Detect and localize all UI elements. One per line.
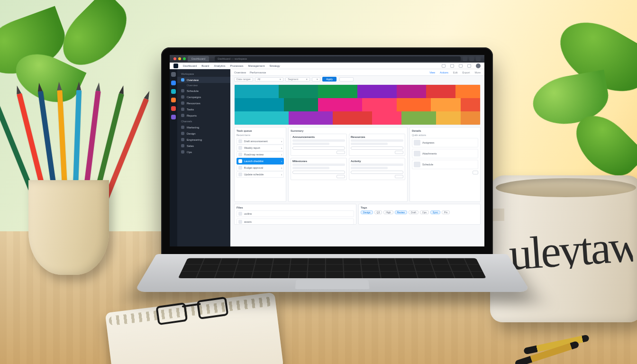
tag-chip[interactable]: High [383,210,393,214]
chart-segment[interactable] [436,111,461,125]
chart-segment[interactable] [318,98,362,111]
tab-overview[interactable]: Overview [234,71,246,74]
chart-segment[interactable] [372,111,401,125]
card-open-button[interactable] [395,175,403,178]
apply-button[interactable]: Apply [322,77,337,82]
chart-segment[interactable] [461,98,480,111]
rail-chat-icon[interactable] [171,106,176,111]
topnav-item[interactable]: Processes [230,64,243,67]
sidebar-item-tasks[interactable]: Tasks [177,106,230,112]
task-row[interactable]: Launch checklist› [237,158,284,164]
detail-block[interactable]: Assignees [412,138,478,147]
tag-chip[interactable]: Review [395,210,407,214]
chart-segment[interactable] [235,85,279,98]
task-row[interactable]: Draft announcement› [237,138,284,145]
chart-segment[interactable] [357,85,397,98]
address-bar[interactable]: Dashboard — workspace [215,56,461,61]
chart-segment[interactable] [431,98,460,111]
topnav-item[interactable]: Strategy [269,64,280,67]
summary-card[interactable]: Resources [349,134,405,156]
sidebar-item-engineering[interactable]: Engineering [177,136,230,143]
quicklink[interactable]: Export [463,71,470,74]
quicklink[interactable]: More [474,71,481,74]
topnav-item[interactable]: Dashboard [183,64,197,67]
quicklink[interactable]: View [429,71,435,74]
task-row[interactable]: Budget approval› [237,164,284,171]
settings-icon[interactable] [467,64,471,68]
card-open-button[interactable] [395,151,403,154]
sidebar-item-resources[interactable]: Resources [177,100,230,106]
filter-more[interactable]: ▾ [312,77,320,82]
minimize-window-icon[interactable] [178,57,181,60]
detail-block[interactable]: Schedule [412,160,478,169]
tag-chip[interactable]: Draft [409,210,419,214]
tag-chip[interactable]: Ops [420,210,429,214]
filter-granularity[interactable]: All▾ [255,77,283,82]
sidebar-item-schedule[interactable]: Schedule [177,88,230,94]
notifications-icon[interactable] [450,64,454,68]
chart-segment[interactable] [362,98,397,111]
rail-home-icon[interactable] [171,72,176,77]
chart-segment[interactable] [289,111,333,125]
rail-analytics-icon[interactable] [171,81,176,85]
card-open-button[interactable] [337,151,345,154]
chart-segment[interactable] [401,111,436,125]
sidebar-item-reports[interactable]: Reports [177,112,230,118]
chart-segment[interactable] [461,111,480,125]
summary-card[interactable]: Announcements [291,134,347,156]
filter-segment[interactable]: Segment▾ [285,77,310,82]
bookmark-icon[interactable] [469,56,474,61]
chart-segment[interactable] [426,85,455,98]
close-window-icon[interactable] [173,57,176,60]
search-icon[interactable] [442,64,446,68]
chart-segment[interactable] [235,111,289,125]
chart-segment[interactable] [235,98,284,111]
chart-segment[interactable] [455,85,480,98]
summary-card[interactable]: Activity [349,158,405,180]
chart-segment[interactable] [279,85,318,98]
sidebar-subitem[interactable]: Overview [177,83,230,88]
sidebar-item-overview[interactable]: Overview [177,77,230,83]
tag-chip[interactable]: Design [361,210,373,214]
rail-calendar-icon[interactable] [171,89,176,94]
quicklink[interactable]: Edit [453,71,457,74]
chart-segment[interactable] [397,98,431,111]
extensions-icon[interactable] [463,56,467,61]
sidebar-item-marketing[interactable]: Marketing [177,124,230,130]
topnav-item[interactable]: Analytics [214,64,225,67]
card-open-button[interactable] [337,175,345,178]
tag-chip[interactable]: Pin [442,210,450,214]
quicklink[interactable]: Actions [440,71,448,74]
chart-segment[interactable] [318,85,357,98]
tag-chip[interactable]: Sync [430,210,440,214]
detail-block[interactable]: Attachments [412,149,478,158]
sidebar-item-ops[interactable]: Ops [177,149,230,155]
topnav-item[interactable]: Management [248,64,264,67]
task-row[interactable]: Roadmap review› [237,151,284,158]
user-avatar[interactable] [476,64,481,68]
chart-segment[interactable] [333,111,372,125]
sidebar-item-campaigns[interactable]: Campaigns [177,94,230,100]
chart-segment[interactable] [284,98,318,111]
sidebar-item-design[interactable]: Design [177,130,230,136]
file-row[interactable]: outline [237,210,354,217]
filter-extra[interactable] [339,77,354,82]
browser-tab[interactable]: Dashboard [188,56,209,62]
task-row[interactable]: Weekly report› [237,145,284,151]
browser-menu-icon[interactable] [476,56,481,61]
tab-performance[interactable]: Performance [250,71,266,74]
maximize-window-icon[interactable] [183,57,186,60]
tag-chip[interactable]: Q3 [374,210,382,214]
file-row[interactable]: assets [237,218,354,225]
task-row[interactable]: Update schedule› [237,171,284,178]
panel-expand-icon[interactable] [473,171,478,174]
filter-date-range[interactable]: Date range▾ [234,77,253,82]
chart-segment[interactable] [397,85,426,98]
topnav-item[interactable]: Board [201,64,209,67]
rail-mail-icon[interactable] [171,98,176,102]
sidebar-item-sales[interactable]: Sales [177,143,230,149]
summary-card[interactable]: Milestones [291,158,347,180]
app-logo[interactable] [173,64,178,68]
rail-settings-icon[interactable] [171,115,176,119]
help-icon[interactable] [459,64,463,68]
